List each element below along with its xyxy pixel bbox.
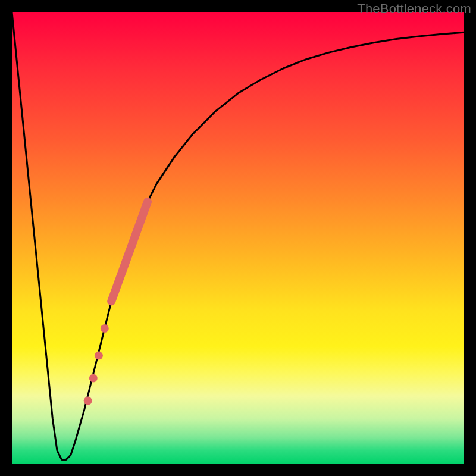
marker-dot xyxy=(101,324,109,333)
highlight-segment xyxy=(111,202,148,301)
chart-frame: TheBottleneck.com xyxy=(0,0,476,476)
marker-dot xyxy=(95,352,103,360)
chart-svg xyxy=(12,12,464,464)
bottleneck-curve xyxy=(12,12,464,459)
watermark-text: TheBottleneck.com xyxy=(357,1,471,17)
plot-area xyxy=(12,12,464,464)
marker-dot xyxy=(84,397,92,405)
marker-dot xyxy=(89,374,98,383)
